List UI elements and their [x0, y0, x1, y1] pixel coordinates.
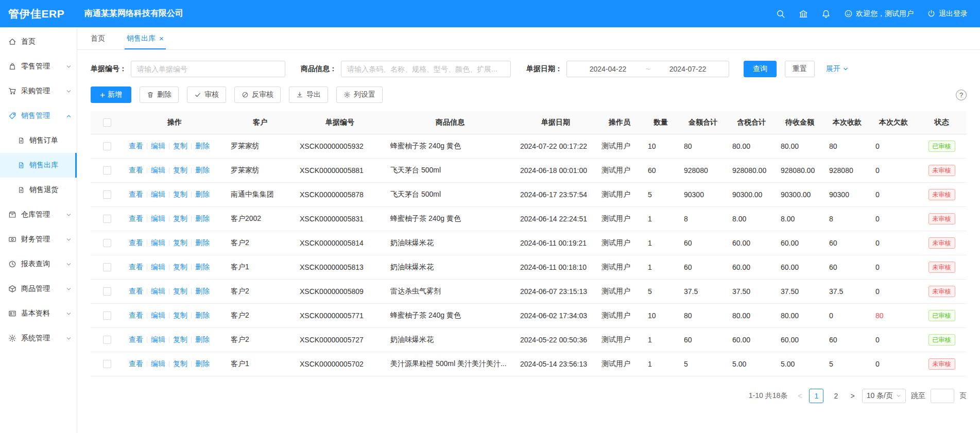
copy-link[interactable]: 复制	[173, 142, 187, 151]
copy-link[interactable]: 复制	[173, 190, 187, 199]
edit-link[interactable]: 编辑	[151, 166, 165, 175]
edit-link[interactable]: 编辑	[151, 359, 165, 369]
copy-link[interactable]: 复制	[173, 238, 187, 248]
unaudit-button[interactable]: 反审核	[234, 86, 281, 103]
copy-link[interactable]: 复制	[173, 214, 187, 223]
view-link[interactable]: 查看	[129, 311, 143, 320]
date-separator: ~	[644, 65, 652, 73]
delete-link[interactable]: 删除	[195, 287, 210, 296]
sidebar-item-sales[interactable]: 销售管理	[0, 103, 77, 128]
edit-link[interactable]: 编辑	[151, 142, 165, 151]
column-settings-button[interactable]: 列设置	[336, 86, 383, 103]
reset-button[interactable]: 重置	[785, 61, 815, 77]
row-checkbox[interactable]	[103, 166, 111, 175]
row-checkbox[interactable]	[103, 142, 111, 150]
copy-link[interactable]: 复制	[173, 335, 187, 344]
sidebar-item-sales-order[interactable]: 销售订单	[0, 128, 77, 153]
edit-link[interactable]: 编辑	[151, 263, 165, 272]
help-icon[interactable]: ?	[956, 90, 967, 100]
view-link[interactable]: 查看	[129, 263, 143, 272]
sidebar-item-retail[interactable]: 零售管理	[0, 54, 77, 79]
edit-link[interactable]: 编辑	[151, 311, 165, 320]
edit-link[interactable]: 编辑	[151, 214, 165, 223]
sidebar-item-home[interactable]: 首页	[0, 29, 77, 54]
delete-link[interactable]: 删除	[195, 311, 210, 320]
row-checkbox[interactable]	[103, 239, 111, 247]
delete-link[interactable]: 删除	[195, 335, 210, 344]
delete-button[interactable]: 删除	[140, 86, 179, 103]
copy-link[interactable]: 复制	[173, 263, 187, 272]
row-checkbox[interactable]	[103, 311, 111, 320]
date-range-picker[interactable]: 2024-04-22 ~ 2024-07-22	[566, 61, 729, 77]
sidebar-item-report[interactable]: 报表查询	[0, 252, 77, 276]
export-button[interactable]: 导出	[289, 86, 328, 103]
tab-home[interactable]: 首页	[91, 27, 105, 49]
view-link[interactable]: 查看	[129, 214, 143, 223]
add-button[interactable]: + 新增	[91, 86, 131, 103]
cell-status: 未审核	[917, 182, 967, 206]
edit-link[interactable]: 编辑	[151, 287, 165, 296]
sidebar-item-warehouse[interactable]: 仓库管理	[0, 202, 77, 227]
page-2-button[interactable]: 2	[829, 389, 843, 403]
select-all-checkbox[interactable]	[103, 118, 111, 127]
logout-button[interactable]: 退出登录	[927, 9, 968, 19]
delete-link[interactable]: 删除	[195, 142, 210, 151]
sidebar-item-basic-data[interactable]: 基本资料	[0, 301, 77, 326]
sidebar-item-finance[interactable]: 财务管理	[0, 227, 77, 252]
bell-icon[interactable]	[821, 9, 831, 19]
row-checkbox[interactable]	[103, 287, 111, 296]
delete-link[interactable]: 删除	[195, 190, 210, 199]
copy-link[interactable]: 复制	[173, 166, 187, 175]
view-link[interactable]: 查看	[129, 359, 143, 369]
copy-link[interactable]: 复制	[173, 287, 187, 296]
edit-link[interactable]: 编辑	[151, 335, 165, 344]
row-checkbox[interactable]	[103, 360, 111, 368]
delete-link[interactable]: 删除	[195, 359, 210, 369]
sidebar-item-sales-outbound[interactable]: 销售出库	[0, 153, 77, 178]
expand-link[interactable]: 展开	[826, 64, 849, 74]
tab-sales-outbound[interactable]: 销售出库 ×	[127, 27, 164, 49]
prev-page-button[interactable]: <	[796, 392, 804, 400]
page-1-button[interactable]: 1	[809, 389, 823, 403]
delete-link[interactable]: 删除	[195, 214, 210, 223]
edit-link[interactable]: 编辑	[151, 238, 165, 248]
sidebar-item-label: 仓库管理	[21, 210, 50, 219]
doc-no-input[interactable]	[131, 61, 285, 77]
date-start-value[interactable]: 2024-04-22	[572, 65, 644, 73]
view-link[interactable]: 查看	[129, 335, 143, 344]
delete-link[interactable]: 删除	[195, 166, 210, 175]
close-icon[interactable]: ×	[159, 34, 164, 42]
search-icon[interactable]	[776, 9, 785, 19]
view-link[interactable]: 查看	[129, 142, 143, 151]
sidebar-item-system[interactable]: 系统管理	[0, 326, 77, 351]
view-link[interactable]: 查看	[129, 238, 143, 248]
view-link[interactable]: 查看	[129, 287, 143, 296]
user-menu[interactable]: 欢迎您，测试用户	[844, 9, 914, 19]
sidebar-item-sales-return[interactable]: 销售退货	[0, 178, 77, 202]
copy-link[interactable]: 复制	[173, 359, 187, 369]
edit-link[interactable]: 编辑	[151, 190, 165, 199]
search-button[interactable]: 查询	[744, 61, 777, 77]
audit-button[interactable]: 审核	[187, 86, 226, 103]
date-end-value[interactable]: 2024-07-22	[652, 65, 724, 73]
row-checkbox[interactable]	[103, 336, 111, 344]
jump-page-input[interactable]	[931, 389, 954, 403]
view-link[interactable]: 查看	[129, 166, 143, 175]
cell-amount-total: 8	[679, 206, 727, 231]
building-icon[interactable]	[799, 9, 808, 19]
cell-amount-total: 928080	[679, 158, 727, 182]
sidebar-item-product[interactable]: 商品管理	[0, 276, 77, 301]
sidebar-item-label: 首页	[21, 37, 36, 46]
product-info-input[interactable]	[341, 61, 511, 77]
sidebar-item-purchase[interactable]: 采购管理	[0, 79, 77, 103]
table-row: 查看 编辑 复制 删除 客户2 XSCK00000005809 雷达杀虫气雾剂 …	[91, 279, 967, 303]
delete-link[interactable]: 删除	[195, 238, 210, 248]
row-checkbox[interactable]	[103, 263, 111, 271]
page-size-select[interactable]: 10 条/页	[862, 389, 906, 403]
next-page-button[interactable]: >	[848, 392, 856, 400]
delete-link[interactable]: 删除	[195, 263, 210, 272]
row-checkbox[interactable]	[103, 215, 111, 223]
row-checkbox[interactable]	[103, 190, 111, 199]
view-link[interactable]: 查看	[129, 190, 143, 199]
copy-link[interactable]: 复制	[173, 311, 187, 320]
